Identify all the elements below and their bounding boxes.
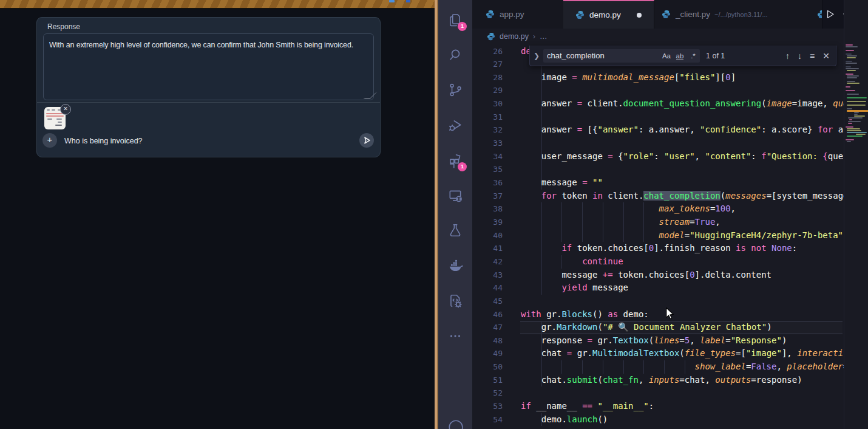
code-line-35[interactable]: 35 (472, 163, 844, 176)
regex-toggle[interactable]: .* (687, 52, 700, 60)
code-line-47[interactable]: 47 gr.Markdown("# 🔍 Document Analyzer Ch… (472, 321, 844, 334)
code-line-40[interactable]: 40 model="HuggingFaceH4/zephyr-7b-beta") (472, 229, 844, 242)
line-number[interactable]: 30 (472, 97, 503, 111)
minimap-row (848, 121, 861, 122)
line-number[interactable]: 27 (472, 58, 503, 71)
line-number[interactable]: 34 (472, 150, 503, 163)
add-file-button[interactable]: + (42, 133, 57, 148)
code-line-28[interactable]: 28 image = multimodal_message["files"][0… (472, 71, 844, 84)
code-line-34[interactable]: 34 user_message = {"role": "user", "cont… (472, 150, 844, 163)
code-line-55[interactable]: 55 (472, 426, 844, 429)
code-text: message += token.choices[0].delta.conten… (521, 269, 771, 282)
line-number[interactable]: 45 (472, 295, 503, 308)
code-line-49[interactable]: 49 chat = gr.MultimodalTextbox(file_type… (472, 347, 844, 360)
remote-explorer-icon[interactable] (447, 188, 463, 204)
line-number[interactable]: 52 (472, 386, 503, 400)
whole-word-toggle[interactable]: ab (673, 52, 687, 60)
line-number[interactable]: 50 (472, 360, 503, 374)
match-case-toggle[interactable]: Aa (660, 52, 673, 60)
source-control-icon[interactable] (447, 82, 463, 98)
code-line-29[interactable]: 29 (472, 84, 844, 97)
code-line-50[interactable]: 50 show_label=False, placeholder="Ask a … (472, 360, 844, 374)
code-line-52[interactable]: 52 (472, 386, 844, 400)
code-line-41[interactable]: 41 if token.choices[0].finish_reason is … (472, 242, 844, 255)
browser-chrome-fragment (406, 0, 410, 2)
line-number[interactable]: 36 (472, 176, 503, 190)
more-views-icon[interactable] (447, 328, 463, 344)
search-icon[interactable] (447, 47, 463, 63)
line-number[interactable]: 29 (472, 84, 503, 97)
account-icon[interactable] (447, 419, 463, 429)
line-number[interactable]: 53 (472, 400, 503, 413)
line-number[interactable]: 46 (472, 308, 503, 321)
line-number[interactable]: 26 (472, 45, 503, 58)
toggle-replace-icon[interactable]: ❯ (530, 52, 543, 60)
line-number[interactable]: 31 (472, 111, 503, 124)
send-icon (359, 133, 374, 148)
chat-message-input[interactable] (63, 133, 320, 149)
code-line-45[interactable]: 45 (472, 295, 844, 308)
response-textarea[interactable]: With an extremely high level of confiden… (43, 33, 374, 100)
minimap-row (847, 130, 861, 131)
code-text: max_tokens=100, (521, 202, 736, 216)
line-number[interactable]: 33 (472, 137, 503, 150)
code-text: with gr.Blocks() as demo: (521, 308, 649, 321)
code-line-51[interactable]: 51 chat.submit(chat_fn, inputs=chat, out… (472, 374, 844, 387)
code-line-32[interactable]: 32 answer = [{"answer": a.answer, "confi… (472, 123, 844, 137)
find-previous-icon[interactable]: ↑ (785, 51, 790, 61)
line-number[interactable]: 41 (472, 242, 503, 255)
code-line-42[interactable]: 42 continue (472, 255, 844, 269)
line-number[interactable]: 51 (472, 374, 503, 387)
line-number[interactable]: 44 (472, 281, 503, 295)
line-number[interactable]: 38 (472, 202, 503, 216)
code-line-54[interactable]: 54 demo.launch() (472, 413, 844, 427)
panel-divider (37, 102, 380, 103)
minimap-row (846, 126, 853, 128)
code-line-46[interactable]: 46with gr.Blocks() as demo: (472, 308, 844, 321)
code-line-37[interactable]: 37 for token in client.chat_completion(m… (472, 190, 844, 203)
response-label: Response (47, 22, 80, 31)
docker-icon[interactable] (447, 258, 463, 273)
line-number[interactable]: 37 (472, 190, 503, 203)
code-line-39[interactable]: 39 stream=True, (472, 216, 844, 229)
code-line-30[interactable]: 30 answer = client.document_question_ans… (472, 97, 844, 111)
line-number[interactable]: 42 (472, 255, 503, 269)
extensions-icon[interactable]: 1 (447, 153, 463, 168)
line-number[interactable]: 32 (472, 123, 503, 137)
minimap[interactable] (844, 0, 868, 429)
code-line-31[interactable]: 31 (472, 111, 844, 124)
line-number[interactable]: 47 (472, 321, 503, 334)
code-line-38[interactable]: 38 max_tokens=100, (472, 202, 844, 216)
send-button[interactable] (359, 133, 374, 148)
find-input[interactable] (543, 51, 660, 60)
line-number[interactable]: 54 (472, 413, 503, 427)
line-number[interactable]: 40 (472, 229, 503, 242)
line-number[interactable]: 55 (472, 426, 503, 429)
code-line-48[interactable]: 48 response = gr.Textbox(lines=5, label=… (472, 334, 844, 348)
code-line-43[interactable]: 43 message += token.choices[0].delta.con… (472, 269, 844, 282)
remove-attachment-button[interactable]: ✕ (60, 104, 71, 115)
code-line-33[interactable]: 33 (472, 137, 844, 150)
code-line-53[interactable]: 53if __name__ == "__main__": (472, 400, 844, 413)
minimap-row (854, 112, 859, 113)
code-line-44[interactable]: 44 yield message (472, 281, 844, 295)
explorer-badge: 1 (458, 22, 467, 31)
minimap-row (847, 105, 866, 106)
explorer-icon[interactable]: 1 (447, 12, 463, 28)
run-config-file-icon[interactable] (447, 293, 463, 309)
find-next-icon[interactable]: ↓ (798, 51, 802, 61)
line-number[interactable]: 28 (472, 71, 503, 84)
line-number[interactable]: 49 (472, 347, 503, 360)
minimap-row (846, 53, 852, 55)
minimap-row (846, 61, 852, 62)
find-in-selection-icon[interactable]: ≡ (810, 51, 815, 61)
line-number[interactable]: 39 (472, 216, 503, 229)
find-input-box: Aa ab .* (543, 49, 700, 63)
close-find-icon[interactable]: ✕ (822, 51, 830, 61)
code-line-36[interactable]: 36 message = "" (472, 176, 844, 190)
line-number[interactable]: 43 (472, 269, 503, 282)
testing-flask-icon[interactable] (447, 222, 463, 238)
run-debug-icon[interactable] (447, 117, 463, 133)
line-number[interactable]: 48 (472, 334, 503, 348)
line-number[interactable]: 35 (472, 163, 503, 176)
